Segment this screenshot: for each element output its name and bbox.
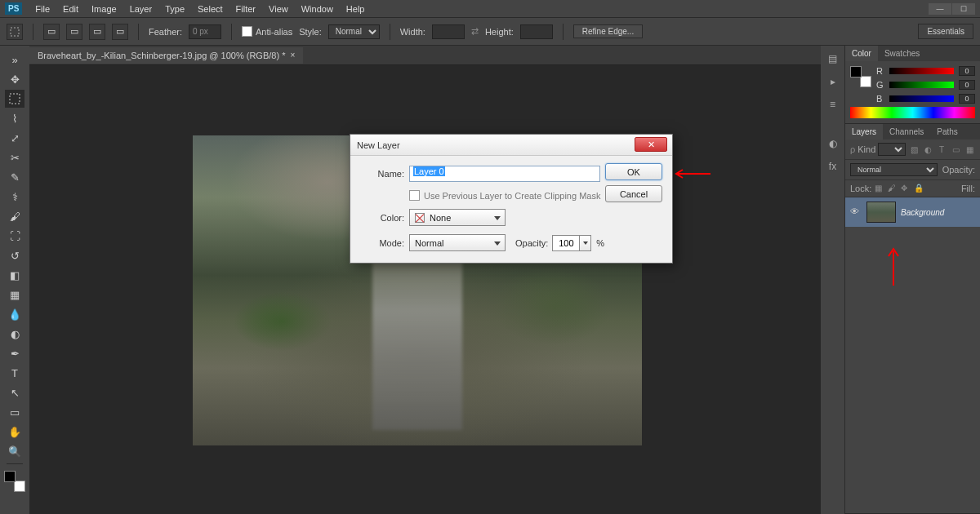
menu-select[interactable]: Select	[191, 1, 229, 17]
minimize-button[interactable]: —	[929, 3, 951, 15]
layer-thumbnail[interactable]	[866, 202, 896, 223]
move-tool-icon[interactable]: ✥	[5, 70, 24, 88]
pen-tool-icon[interactable]: ✒	[5, 344, 24, 362]
marquee-tool-icon[interactable]	[5, 90, 24, 108]
kind-select[interactable]	[878, 143, 906, 156]
style-select[interactable]: Normal	[328, 24, 380, 39]
name-input[interactable]: Layer 0	[409, 166, 600, 182]
lock-pixel-icon[interactable]: 🖌	[888, 184, 898, 193]
opacity-input[interactable]	[552, 235, 580, 251]
path-tool-icon[interactable]: ↖	[5, 383, 24, 401]
maximize-button[interactable]: ☐	[952, 3, 975, 15]
marquee-intersect-icon[interactable]: ▭	[112, 24, 128, 40]
cancel-button[interactable]: Cancel	[605, 185, 662, 202]
hand-tool-icon[interactable]: ✋	[5, 423, 24, 441]
marquee-add-icon[interactable]: ▭	[66, 24, 82, 40]
menu-image[interactable]: Image	[85, 1, 123, 17]
menu-bar: PS File Edit Image Layer Type Select Fil…	[0, 0, 980, 18]
styles-panel-icon[interactable]: fx	[825, 158, 841, 175]
feather-input[interactable]	[189, 24, 221, 39]
tab-arrows-icon[interactable]: »	[5, 51, 24, 69]
crop-tool-icon[interactable]: ✂	[5, 148, 24, 166]
heal-tool-icon[interactable]: ⚕	[5, 188, 24, 206]
stamp-tool-icon[interactable]: ⛶	[5, 227, 24, 245]
antialias-checkbox[interactable]	[242, 26, 252, 37]
g-value[interactable]: 0	[959, 80, 975, 90]
wand-tool-icon[interactable]: ⤢	[5, 129, 24, 147]
g-slider[interactable]	[889, 82, 954, 88]
color-select[interactable]: None	[409, 209, 506, 226]
brush-tool-icon[interactable]: 🖌	[5, 207, 24, 225]
tab-channels[interactable]: Channels	[883, 124, 930, 140]
history-brush-icon[interactable]: ↺	[5, 246, 24, 264]
spectrum-strip[interactable]	[850, 107, 975, 118]
history-panel-icon[interactable]: ▤	[825, 51, 841, 67]
actions-panel-icon[interactable]: ▸	[825, 73, 841, 90]
close-tab-icon[interactable]: ×	[290, 51, 295, 60]
brushes-panel-icon[interactable]: ◐	[825, 135, 841, 152]
menu-view[interactable]: View	[262, 1, 295, 17]
menu-file[interactable]: File	[29, 1, 56, 17]
color-panel: Color Swatches R0 G0 B0	[845, 46, 980, 124]
lock-trans-icon[interactable]: ▦	[875, 184, 884, 193]
visibility-icon[interactable]: 👁	[850, 206, 862, 218]
b-value[interactable]: 0	[959, 94, 975, 104]
dialog-close-button[interactable]: ✕	[635, 137, 667, 152]
lock-pos-icon[interactable]: ✥	[901, 184, 911, 193]
b-slider[interactable]	[889, 95, 954, 102]
r-value[interactable]: 0	[959, 66, 975, 76]
dodge-tool-icon[interactable]: ◐	[5, 325, 24, 343]
filter-shape-icon[interactable]: ▭	[950, 144, 961, 155]
filter-smart-icon[interactable]: ▦	[964, 144, 975, 155]
svg-rect-0	[11, 28, 19, 36]
lock-all-icon[interactable]: 🔒	[914, 184, 924, 193]
ok-button[interactable]: OK	[605, 163, 662, 180]
document-tab[interactable]: Braveheart_by_-Kilian_Schinberger-19.jpg…	[29, 47, 303, 64]
tab-swatches[interactable]: Swatches	[878, 46, 926, 61]
tab-layers[interactable]: Layers	[845, 124, 883, 140]
color-panel-swatch[interactable]	[850, 66, 871, 87]
blur-tool-icon[interactable]: 💧	[5, 305, 24, 323]
height-label: Height:	[485, 27, 514, 37]
layer-background[interactable]: 👁 Background	[845, 197, 980, 227]
tab-paths[interactable]: Paths	[930, 124, 964, 140]
new-layer-dialog: New Layer ✕ Name: Layer 0 OK Cancel Use …	[350, 134, 673, 264]
menu-help[interactable]: Help	[340, 1, 372, 17]
type-tool-icon[interactable]: T	[5, 364, 24, 382]
color-label: Color:	[360, 213, 404, 223]
opacity-flyout-icon[interactable]	[580, 235, 591, 251]
menu-type[interactable]: Type	[158, 1, 191, 17]
shape-tool-icon[interactable]: ▭	[5, 403, 24, 421]
marquee-new-icon[interactable]: ▭	[43, 24, 60, 40]
name-label: Name:	[360, 169, 404, 179]
width-input	[432, 24, 465, 39]
menu-layer[interactable]: Layer	[123, 1, 159, 17]
mode-select[interactable]: Normal	[409, 234, 506, 251]
blend-mode-select[interactable]: Normal	[850, 163, 938, 176]
marquee-sub-icon[interactable]: ▭	[89, 24, 105, 40]
workspace-essentials[interactable]: Essentials	[918, 24, 973, 39]
gradient-tool-icon[interactable]: ▦	[5, 286, 24, 304]
r-slider[interactable]	[889, 68, 954, 74]
refine-edge-button[interactable]: Refine Edge...	[573, 24, 643, 38]
tool-preset-icon[interactable]	[7, 24, 23, 40]
filter-adjust-icon[interactable]: ◐	[922, 144, 933, 155]
menu-filter[interactable]: Filter	[229, 1, 262, 17]
swap-icon[interactable]: ⇄	[471, 26, 479, 37]
properties-panel-icon[interactable]: ≡	[825, 96, 841, 113]
eraser-tool-icon[interactable]: ◧	[5, 266, 24, 284]
eyedropper-tool-icon[interactable]: ✎	[5, 168, 24, 186]
filter-pixel-icon[interactable]: ▧	[908, 144, 920, 155]
layers-panel: Layers Channels Paths ρKind ▧ ◐ T ▭ ▦ No…	[845, 124, 980, 514]
clipping-mask-label: Use Previous Layer to Create Clipping Ma…	[424, 191, 600, 201]
kind-label: Kind	[858, 144, 875, 154]
menu-window[interactable]: Window	[295, 1, 340, 17]
color-swatches[interactable]	[4, 471, 25, 492]
dialog-titlebar[interactable]: New Layer ✕	[350, 135, 672, 156]
menu-edit[interactable]: Edit	[56, 1, 85, 17]
tab-color[interactable]: Color	[845, 46, 878, 61]
zoom-tool-icon[interactable]: 🔍	[5, 442, 24, 460]
filter-type-icon[interactable]: T	[936, 144, 947, 155]
right-panel-column: ▤ ▸ ≡ ◐ fx Color Swatches R0 G0 B0	[821, 46, 980, 514]
lasso-tool-icon[interactable]: ⌇	[5, 109, 24, 127]
